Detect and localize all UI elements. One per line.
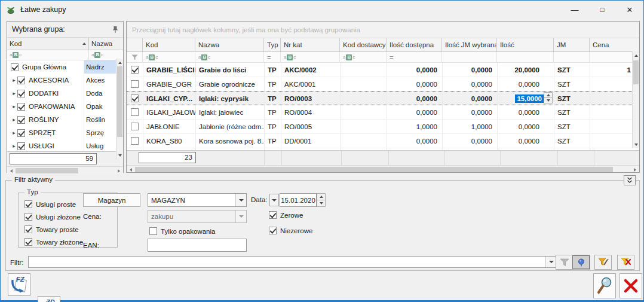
scroll-left-icon[interactable] bbox=[7, 167, 16, 175]
column-header-cena[interactable]: Cena bbox=[590, 38, 640, 51]
column-header-nazwa[interactable]: Nazwa bbox=[195, 38, 264, 51]
tree-row[interactable]: ▸USŁUGIUsług bbox=[7, 139, 123, 151]
checkbox[interactable] bbox=[269, 227, 277, 234]
filter-cell-nrkat[interactable]: aBc bbox=[281, 52, 340, 62]
checkbox[interactable] bbox=[24, 200, 32, 208]
tree-checkbox[interactable] bbox=[17, 129, 25, 137]
tree-row[interactable]: ▸OPAKOWANIAOpak bbox=[7, 100, 123, 113]
cena-select[interactable]: zakupu bbox=[148, 210, 247, 223]
tree-row[interactable]: Grupa GłównaNadrz bbox=[7, 60, 123, 74]
quantity-spinner[interactable] bbox=[544, 92, 553, 103]
scroll-up-icon[interactable] bbox=[116, 59, 123, 66]
column-header-nazwa[interactable]: Nazwa bbox=[89, 38, 123, 50]
date-dropdown-button[interactable] bbox=[269, 194, 279, 206]
row-checkbox[interactable] bbox=[131, 66, 139, 74]
grid-vscrollbar[interactable] bbox=[632, 51, 639, 148]
quantity-editor[interactable]: 15,0000 bbox=[515, 94, 544, 103]
expand-icon[interactable]: ▸ bbox=[11, 90, 17, 96]
filter-cell-nazwa[interactable]: aBc bbox=[195, 52, 264, 62]
tree-checkbox[interactable] bbox=[11, 63, 19, 71]
search-button[interactable] bbox=[593, 273, 616, 298]
scroll-right-icon[interactable] bbox=[631, 166, 639, 173]
checkbox[interactable] bbox=[269, 211, 277, 219]
checkbox-uslugi-proste[interactable]: Usługi proste bbox=[24, 200, 83, 208]
filter-cell-kod[interactable]: aBc bbox=[143, 52, 195, 62]
ean-input[interactable] bbox=[148, 239, 247, 252]
scroll-down-icon[interactable] bbox=[633, 141, 639, 148]
scrollbar-thumb[interactable] bbox=[117, 66, 122, 137]
column-header-kod[interactable]: Kod bbox=[143, 38, 195, 51]
table-row[interactable]: GRABIE_LIŚCIEGrabie do liściTPAKC/00020,… bbox=[127, 63, 639, 77]
filter-cell-ilosc[interactable] bbox=[497, 52, 554, 62]
column-header-jmwybrana[interactable]: Ilość JM wybrana bbox=[442, 38, 497, 51]
chevron-down-icon[interactable] bbox=[235, 194, 246, 206]
checkbox[interactable] bbox=[24, 238, 32, 246]
row-select-cell[interactable] bbox=[127, 105, 143, 119]
close-button[interactable]: ✕ bbox=[616, 1, 643, 19]
checkbox[interactable] bbox=[149, 227, 157, 235]
checkbox[interactable] bbox=[24, 225, 32, 233]
row-select-cell[interactable] bbox=[127, 120, 143, 133]
checkbox-uslugi-zlozone[interactable]: Usługi złożone bbox=[24, 213, 83, 221]
zd-button[interactable]: ZD bbox=[38, 296, 60, 302]
column-header-nrkat[interactable]: Nr kat bbox=[281, 38, 340, 51]
fz-button[interactable]: FZ bbox=[8, 273, 30, 296]
table-row[interactable]: GRABIE_OGRGrabie ogrodniczeTPAKC/00010,0… bbox=[127, 77, 639, 91]
expand-icon[interactable]: ▸ bbox=[11, 103, 17, 109]
group-hscrollbar[interactable] bbox=[7, 166, 123, 175]
spinner-up-icon[interactable] bbox=[544, 92, 553, 98]
checkbox-towary-proste[interactable]: Towary proste bbox=[24, 225, 83, 233]
row-select-cell[interactable] bbox=[127, 77, 143, 91]
expand-icon[interactable]: ▸ bbox=[11, 130, 17, 136]
tree-checkbox[interactable] bbox=[17, 77, 25, 84]
row-checkbox[interactable] bbox=[131, 80, 139, 88]
collapse-filter-button[interactable] bbox=[624, 175, 636, 185]
checkbox-zerowe[interactable]: Zerowe bbox=[269, 211, 303, 219]
spinner-up-icon[interactable] bbox=[317, 193, 326, 200]
column-header-typ[interactable]: Typ bbox=[264, 38, 281, 51]
scroll-left-icon[interactable] bbox=[127, 166, 135, 173]
scrollbar-thumb[interactable] bbox=[633, 60, 639, 84]
tree-row[interactable]: ▸AKCESORIAAkces bbox=[7, 74, 123, 87]
scroll-right-icon[interactable] bbox=[115, 167, 123, 175]
filter-cell-kod[interactable]: aBc bbox=[7, 50, 89, 60]
row-checkbox[interactable] bbox=[131, 123, 139, 130]
checkbox[interactable] bbox=[24, 213, 32, 221]
scroll-up-icon[interactable] bbox=[633, 51, 639, 59]
checkbox-towary-zlozone[interactable]: Towary złożone bbox=[24, 238, 83, 246]
filter-cell-dostepna[interactable]: = bbox=[387, 52, 442, 62]
filter-funnel-cell[interactable] bbox=[127, 52, 143, 62]
magazyn-button[interactable]: Magazyn bbox=[83, 193, 140, 207]
pin-filter-button[interactable] bbox=[572, 255, 590, 269]
close-action-button[interactable] bbox=[620, 273, 642, 298]
clear-filter-button[interactable] bbox=[617, 255, 634, 270]
tree-checkbox[interactable] bbox=[17, 116, 25, 124]
tree-row[interactable]: ▸ROŚLINYRoślin bbox=[7, 113, 123, 126]
filter-cell-jmwybrana[interactable] bbox=[442, 52, 497, 62]
scrollbar-thumb[interactable] bbox=[16, 168, 78, 173]
checkbox-tylko-opakowania[interactable]: Tylko opakowania bbox=[149, 227, 215, 235]
column-header-dostepna[interactable]: Ilość dostępna bbox=[387, 38, 442, 51]
date-spinner[interactable] bbox=[317, 193, 326, 207]
filtr-input[interactable] bbox=[28, 256, 557, 268]
expand-icon[interactable]: ▸ bbox=[11, 117, 17, 123]
funnel-button[interactable] bbox=[556, 255, 572, 269]
column-header-jm[interactable]: JM bbox=[554, 38, 590, 51]
maximize-button[interactable]: □ bbox=[588, 1, 616, 19]
table-row[interactable]: JABŁONIEJabłonie (różne odm...TPRO/00051… bbox=[127, 120, 639, 134]
spinner-down-icon[interactable] bbox=[544, 98, 553, 103]
expand-icon[interactable]: ▸ bbox=[11, 77, 17, 83]
expand-icon[interactable]: ▸ bbox=[11, 143, 17, 149]
checkbox-niezerowe[interactable]: Niezerowe bbox=[269, 227, 312, 234]
table-row[interactable]: KORA_S80Kora sosnowa poj. 8...TPDD/00010… bbox=[127, 134, 639, 148]
scroll-down-icon[interactable] bbox=[116, 151, 123, 159]
table-row[interactable]: IGLAKI_CYP...Iglaki: cyprysikTPRO/00030,… bbox=[127, 91, 639, 105]
edit-filter-button[interactable] bbox=[594, 255, 612, 270]
column-header-kod[interactable]: Kod bbox=[7, 38, 89, 50]
tree-checkbox[interactable] bbox=[17, 142, 25, 150]
tree-checkbox[interactable] bbox=[17, 90, 25, 97]
filter-cell-jm[interactable] bbox=[554, 52, 590, 62]
row-checkbox[interactable] bbox=[131, 94, 139, 102]
tree-row[interactable]: ▸DODATKIDoda bbox=[7, 87, 123, 100]
column-header-dostawca[interactable]: Kod dostawcy bbox=[340, 38, 387, 51]
